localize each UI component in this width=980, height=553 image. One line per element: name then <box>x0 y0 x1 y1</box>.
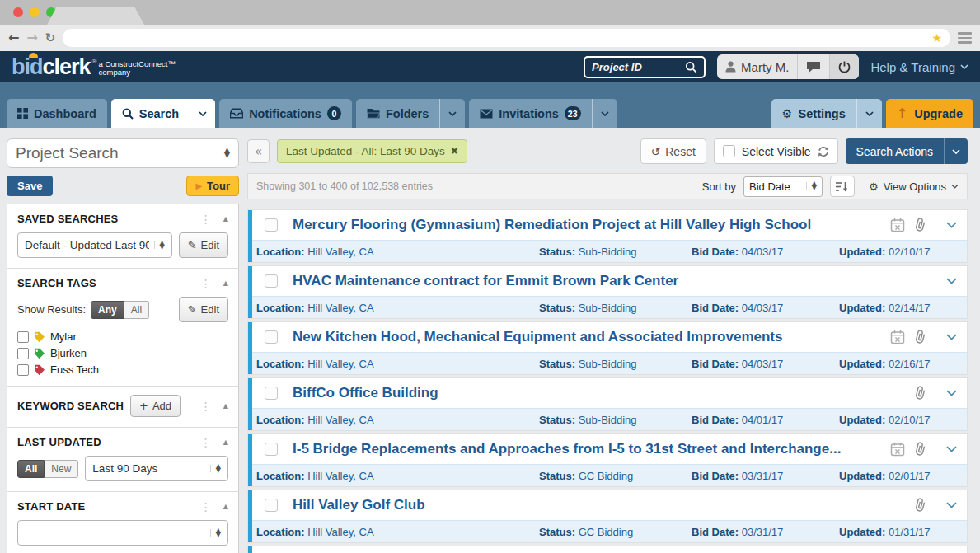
tab-invitations-dropdown[interactable] <box>592 99 617 128</box>
toggle-new[interactable]: New <box>45 460 78 478</box>
select-visible-checkbox[interactable] <box>723 145 735 157</box>
drag-handle-icon[interactable]: ⋮ <box>200 501 212 513</box>
bid-date-label: Bid Date: <box>692 302 739 314</box>
tag-checkbox[interactable] <box>17 331 29 343</box>
edit-tags-button[interactable]: ✎Edit <box>179 297 228 322</box>
project-id-input[interactable] <box>592 61 685 73</box>
project-title-link[interactable]: BiffCo Office Building <box>293 385 907 401</box>
tab-invitations-label: Invitations <box>499 107 559 120</box>
tour-button[interactable]: ▶Tour <box>186 176 239 196</box>
minimize-window-icon[interactable] <box>30 7 40 17</box>
filter-chip[interactable]: Last Updated - All: Last 90 Days ✖ <box>277 139 467 163</box>
row-checkbox[interactable] <box>265 443 278 456</box>
bookmark-star-icon[interactable]: ★ <box>931 32 942 44</box>
back-icon[interactable]: ← <box>8 31 19 45</box>
paperclip-icon[interactable] <box>914 498 926 513</box>
expand-row-button[interactable] <box>935 322 967 352</box>
updated-value: 02/01/17 <box>889 470 931 482</box>
close-window-icon[interactable] <box>13 7 23 17</box>
remove-filter-icon[interactable]: ✖ <box>451 146 458 157</box>
tab-folders[interactable]: Folders <box>356 99 465 128</box>
select-stepper-icon: ▲▼ <box>806 182 817 190</box>
project-title-link[interactable]: Mercury Flooring (Gymnasium) Remediation… <box>293 217 884 233</box>
search-icon[interactable] <box>685 61 697 73</box>
tab-dashboard[interactable]: Dashboard <box>7 99 107 128</box>
drag-handle-icon[interactable]: ⋮ <box>200 278 212 289</box>
tab-settings-dropdown[interactable] <box>856 99 882 128</box>
help-training-menu[interactable]: Help & Training <box>870 60 968 74</box>
row-checkbox[interactable] <box>265 218 278 232</box>
project-title-link[interactable]: Hill Valley Golf Club <box>293 497 907 513</box>
select-visible-button[interactable]: Select Visible <box>714 138 838 164</box>
collapse-icon[interactable]: ▲ <box>223 438 228 446</box>
last-updated-select[interactable]: Last 90 Days ▲▼ <box>85 456 228 481</box>
collapse-icon[interactable]: ▲ <box>223 402 228 410</box>
toggle-all-updated[interactable]: All <box>17 460 45 478</box>
expand-row-button[interactable] <box>935 378 967 408</box>
bid-date-value: 03/31/17 <box>742 470 784 482</box>
forward-icon[interactable]: → <box>26 31 37 45</box>
filters-panel: SAVED SEARCHES ⋮ ▲ Default - Updated Las… <box>7 204 239 553</box>
edit-saved-search-button[interactable]: ✎Edit <box>179 232 228 258</box>
paperclip-icon[interactable] <box>914 218 926 232</box>
row-checkbox[interactable] <box>265 330 278 344</box>
url-input[interactable]: ★ <box>63 29 950 47</box>
toggle-any[interactable]: Any <box>91 301 124 319</box>
drag-handle-icon[interactable]: ⋮ <box>200 213 212 225</box>
add-keyword-button[interactable]: +Add <box>130 395 181 417</box>
sort-order-button[interactable] <box>830 176 855 197</box>
reset-button[interactable]: ↺ Reset <box>640 138 706 164</box>
expand-row-button[interactable] <box>935 210 967 240</box>
search-actions-dropdown[interactable] <box>944 138 968 164</box>
tag-icon <box>34 364 45 376</box>
tab-search[interactable]: Search <box>111 99 215 128</box>
drag-handle-icon[interactable]: ⋮ <box>200 437 212 448</box>
project-id-searchbox[interactable] <box>584 56 706 78</box>
paperclip-icon[interactable] <box>914 442 926 457</box>
row-checkbox[interactable] <box>265 499 278 512</box>
tab-search-dropdown[interactable] <box>190 99 215 128</box>
tab-settings[interactable]: ⚙ Settings <box>771 99 882 128</box>
status-label: Status: <box>539 414 575 426</box>
save-button[interactable]: Save <box>7 176 53 196</box>
view-options-button[interactable]: ⚙ View Options <box>869 180 959 193</box>
expand-row-button[interactable] <box>935 546 967 553</box>
paperclip-icon[interactable] <box>914 330 926 344</box>
user-menu-button[interactable]: Marty M. <box>717 54 797 79</box>
paperclip-icon[interactable] <box>914 386 926 401</box>
browser-menu-icon[interactable] <box>958 32 972 44</box>
reload-icon[interactable]: ↻ <box>45 30 56 45</box>
tab-notifications[interactable]: Notifications 0 <box>219 99 352 128</box>
tag-checkbox[interactable] <box>17 348 29 359</box>
location-value: Hill Valley, CA <box>307 358 373 370</box>
expand-row-button[interactable] <box>935 266 967 296</box>
search-actions-button[interactable]: Search Actions <box>846 138 968 164</box>
search-type-value: Project Search <box>16 144 224 162</box>
collapse-icon[interactable]: ▲ <box>223 279 228 287</box>
collapse-icon[interactable]: ▲ <box>223 215 228 223</box>
row-checkbox[interactable] <box>265 387 278 400</box>
project-title-link[interactable]: New Kitchen Hood, Mechanical Equipment a… <box>293 329 884 345</box>
browser-tab[interactable] <box>47 7 144 25</box>
sort-select[interactable]: Bid Date ▲▼ <box>743 176 823 197</box>
row-checkbox[interactable] <box>265 274 278 288</box>
tab-folders-dropdown[interactable] <box>439 99 465 128</box>
drag-handle-icon[interactable]: ⋮ <box>200 401 212 412</box>
collapse-sidebar-button[interactable]: « <box>247 139 270 163</box>
tag-checkbox[interactable] <box>17 364 29 376</box>
project-title-link[interactable]: I-5 Bridge Replacements and Approaches f… <box>293 441 884 457</box>
project-title-link[interactable]: HVAC Maintenance contract for Emmit Brow… <box>293 273 920 289</box>
expand-row-button[interactable] <box>935 490 967 520</box>
upgrade-button[interactable]: ↑ Upgrade <box>886 99 973 128</box>
start-date-select[interactable]: ▲▼ <box>17 520 228 546</box>
bidclerk-logo[interactable]: bidclerk ® a ConstructConnect™ company <box>12 56 176 78</box>
expand-row-button[interactable] <box>935 434 967 464</box>
collapse-icon[interactable]: ▲ <box>223 503 228 510</box>
chat-button[interactable] <box>797 54 829 79</box>
saved-search-select[interactable]: Default - Updated Last 90 Days ▲▼ <box>17 232 172 258</box>
search-type-select[interactable]: Project Search ▲▼ <box>7 138 239 168</box>
logout-button[interactable] <box>829 54 859 79</box>
toggle-all[interactable]: All <box>124 301 149 319</box>
tab-invitations[interactable]: Invitations 23 <box>469 99 617 128</box>
window-controls[interactable] <box>13 7 56 17</box>
